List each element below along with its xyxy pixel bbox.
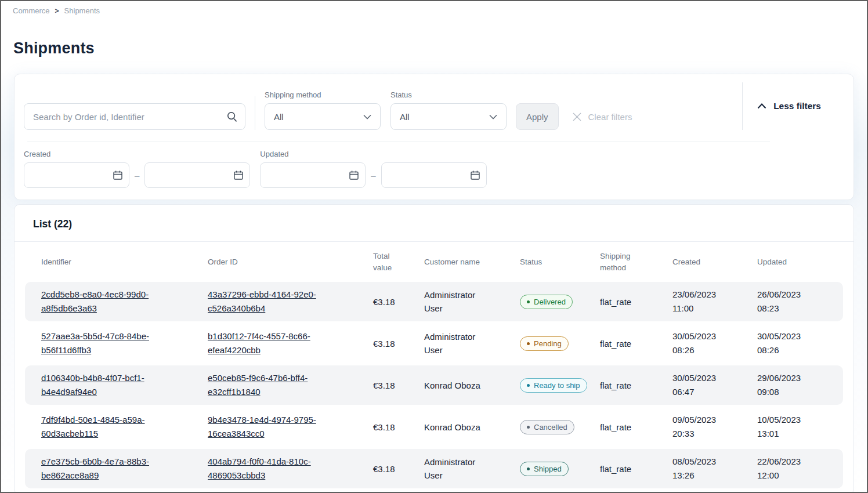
- updated-date: 26/06/2023: [757, 288, 838, 302]
- created-time: 11:00: [672, 302, 757, 316]
- identifier-link[interactable]: e7e375cb-6b0b-4e7a-88b3-be862ace8a89: [41, 455, 169, 483]
- created-time: 08:26: [672, 343, 757, 357]
- shipments-list-panel: List (22) Identifier Order ID Total valu…: [14, 204, 854, 493]
- identifier-link[interactable]: d106340b-b4b8-4f07-bcf1-b4e4d9af94e0: [41, 371, 169, 399]
- apply-button[interactable]: Apply: [516, 103, 559, 130]
- status-dot-icon: [527, 384, 530, 387]
- calendar-icon: [233, 170, 244, 180]
- order-id-link[interactable]: 43a37296-ebbd-4164-92e0-c526a340b6b4: [208, 288, 333, 316]
- updated-filter: Updated –: [260, 150, 486, 188]
- created-range: –: [24, 162, 250, 188]
- cell-customer-name: Konrad Oboza: [424, 379, 495, 392]
- less-filters-toggle[interactable]: Less filters: [757, 101, 821, 111]
- updated-date: 22/06/2023: [757, 455, 838, 469]
- cell-order-id: 9b4e3478-1e4d-4974-9795-16cea3843cc0: [208, 413, 373, 441]
- updated-from-wrap: [260, 162, 366, 188]
- table-row: 527aae3a-5b5d-47c8-84be-b56f11d6ffb3b1d3…: [25, 324, 843, 363]
- cell-shipping-method: flat_rate: [600, 339, 672, 349]
- status-badge: Cancelled: [520, 420, 574, 434]
- col-order-id: Order ID: [208, 256, 373, 268]
- chevron-up-icon: [757, 103, 766, 109]
- order-id-link[interactable]: e50ceb85-f9c6-47b6-bff4-e32cff1b1840: [208, 371, 333, 399]
- col-total-value: Total value: [373, 251, 400, 273]
- order-id-link[interactable]: 404ab794-f0f0-41da-810c-4869053cbbd3: [208, 455, 333, 483]
- status-label: Delivered: [534, 298, 566, 306]
- clear-filters-button[interactable]: Clear filters: [572, 103, 632, 130]
- order-id-link[interactable]: 9b4e3478-1e4d-4974-9795-16cea3843cc0: [208, 413, 333, 441]
- filter-divider: [742, 82, 743, 130]
- status-dot-icon: [527, 467, 530, 470]
- cell-identifier: e7e375cb-6b0b-4e7a-88b3-be862ace8a89: [41, 455, 208, 483]
- created-to-wrap: [144, 162, 250, 188]
- status-dot-icon: [527, 426, 530, 429]
- filter-divider: [255, 96, 255, 130]
- cell-customer-name: Administrator User: [424, 455, 495, 483]
- shipping-method-select[interactable]: All: [265, 103, 381, 130]
- cell-order-id: e50ceb85-f9c6-47b6-bff4-e32cff1b1840: [208, 371, 373, 399]
- shipping-method-filter: Shipping method All: [265, 90, 381, 130]
- cell-total-value: €3.18: [373, 380, 424, 390]
- updated-label: Updated: [260, 150, 486, 158]
- created-label: Created: [24, 150, 250, 158]
- cell-customer-name: Konrad Oboza: [424, 420, 495, 434]
- col-shipping-method: Shipping method: [600, 251, 638, 273]
- table-row: 2cdd5eb8-e8a0-4ec8-99d0-a8f5db6e3a6343a3…: [25, 282, 843, 321]
- breadcrumb-separator-icon: >: [55, 7, 59, 15]
- created-from-wrap: [24, 162, 129, 188]
- breadcrumb: Commerce > Shipments: [1, 1, 867, 15]
- cell-order-id: 43a37296-ebbd-4164-92e0-c526a340b6b4: [208, 288, 373, 316]
- search-field-wrap: [24, 103, 245, 130]
- cell-created: 08/05/202313:26: [672, 455, 757, 483]
- created-date: 30/05/2023: [672, 329, 757, 343]
- shipments-table: Identifier Order ID Total value Customer…: [15, 242, 853, 488]
- cell-order-id: 404ab794-f0f0-41da-810c-4869053cbbd3: [208, 455, 373, 483]
- status-select[interactable]: All: [390, 103, 507, 130]
- shipping-method-value: All: [274, 112, 284, 122]
- chevron-down-icon: [489, 114, 497, 119]
- updated-range: –: [260, 162, 486, 188]
- identifier-link[interactable]: 2cdd5eb8-e8a0-4ec8-99d0-a8f5db6e3a63: [41, 288, 169, 316]
- table-header: Identifier Order ID Total value Customer…: [25, 242, 843, 282]
- status-dot-icon: [527, 342, 530, 345]
- status-dot-icon: [527, 300, 530, 303]
- order-id-link[interactable]: b1d30f12-7f4c-4557-8c66-efeaf4220cbb: [208, 329, 333, 357]
- status-badge: Pending: [520, 336, 569, 351]
- filters-row-dates: Created –: [24, 150, 844, 188]
- status-filter: Status All: [390, 90, 507, 130]
- updated-time: 08:26: [757, 343, 838, 357]
- x-icon: [572, 112, 582, 122]
- cell-status: Delivered: [520, 295, 600, 309]
- search-input[interactable]: [24, 103, 245, 130]
- updated-time: 09:08: [757, 385, 838, 399]
- page-title: Shipments: [13, 39, 867, 57]
- updated-date: 30/05/2023: [757, 329, 838, 343]
- cell-total-value: €3.18: [373, 297, 424, 307]
- table-row: e7e375cb-6b0b-4e7a-88b3-be862ace8a89404a…: [25, 449, 843, 488]
- col-updated: Updated: [757, 256, 838, 268]
- col-identifier: Identifier: [41, 256, 208, 268]
- breadcrumb-item-shipments[interactable]: Shipments: [64, 6, 100, 15]
- chevron-down-icon: [363, 114, 371, 119]
- identifier-link[interactable]: 7df9f4bd-50e1-4845-a59a-60d3acbeb115: [41, 413, 169, 441]
- cell-customer-name: Administrator User: [424, 288, 495, 316]
- updated-time: 12:00: [757, 469, 838, 483]
- cell-total-value: €3.18: [373, 422, 424, 432]
- cell-created: 09/05/202320:33: [672, 413, 757, 441]
- updated-date: 10/05/2023: [757, 413, 838, 427]
- identifier-link[interactable]: 527aae3a-5b5d-47c8-84be-b56f11d6ffb3: [41, 329, 169, 357]
- created-filter: Created –: [24, 150, 250, 188]
- cell-created: 23/06/202311:00: [672, 288, 757, 316]
- cell-shipping-method: flat_rate: [600, 380, 672, 390]
- breadcrumb-item-commerce[interactable]: Commerce: [13, 6, 50, 15]
- created-time: 13:26: [672, 469, 757, 483]
- created-time: 20:33: [672, 427, 757, 441]
- less-filters-label: Less filters: [773, 101, 821, 111]
- cell-status: Pending: [520, 336, 600, 351]
- created-date: 30/05/2023: [672, 371, 757, 385]
- cell-total-value: €3.18: [373, 339, 424, 349]
- updated-to-wrap: [381, 162, 487, 188]
- filters-divider: [27, 142, 770, 142]
- gap: [385, 96, 386, 130]
- search-icon: [226, 111, 238, 122]
- status-label: Cancelled: [534, 423, 567, 432]
